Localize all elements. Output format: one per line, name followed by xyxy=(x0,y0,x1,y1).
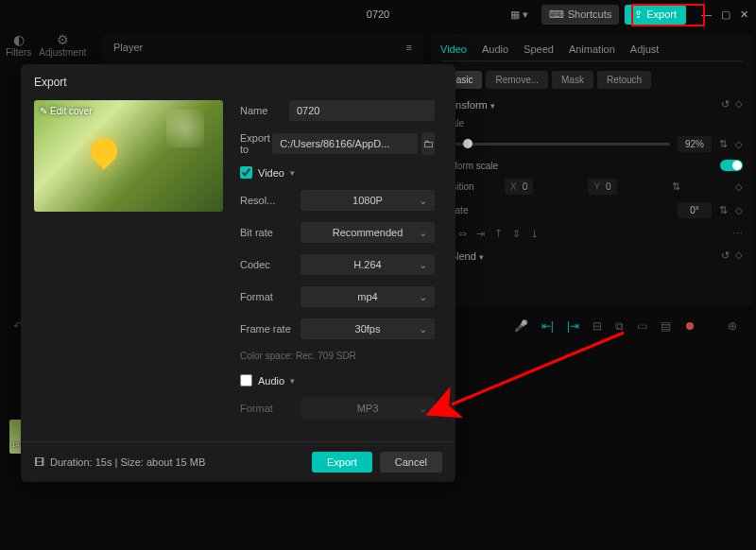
reset-icon[interactable]: ↺ xyxy=(721,98,730,111)
record-icon[interactable] xyxy=(686,322,694,330)
export-button-top[interactable]: ⇪ Export xyxy=(625,5,686,25)
split-icon[interactable]: ⊟ xyxy=(593,319,602,333)
player-menu-icon[interactable]: ≡ xyxy=(406,42,412,53)
export-label: Export xyxy=(646,9,677,20)
resolution-label: Resol... xyxy=(240,195,301,206)
subtab-retouch[interactable]: Retouch xyxy=(597,71,651,89)
colorspace-info: Color space: Rec. 709 SDR xyxy=(240,351,435,361)
align-hcenter-icon[interactable]: ⇔ xyxy=(458,228,467,240)
codec-label: Codec xyxy=(240,259,301,270)
framerate-select[interactable]: 30fps xyxy=(301,318,435,339)
keyframe-pos-icon[interactable]: ◇ xyxy=(735,181,743,192)
footer-info: Duration: 15s | Size: about 15 MB xyxy=(50,456,205,468)
audio-checkbox[interactable] xyxy=(240,374,252,387)
stepper-pos-icon[interactable]: ⇅ xyxy=(672,180,680,193)
close-icon[interactable]: ✕ xyxy=(740,9,748,21)
uniform-label: Uniform scale xyxy=(440,161,713,171)
align-top-icon[interactable]: ⤒ xyxy=(494,228,503,240)
chevron-down-icon: ▾ xyxy=(490,101,495,111)
format-label: Format xyxy=(240,291,301,302)
chevron-down-icon: ▾ xyxy=(479,252,484,262)
rotate-value[interactable]: 0° xyxy=(678,202,712,218)
link-icon[interactable]: ⧉ xyxy=(615,319,624,333)
browse-folder-button[interactable]: 🗀 xyxy=(421,132,435,155)
scale-slider[interactable] xyxy=(440,143,670,146)
keyframe-scale-icon[interactable]: ◇ xyxy=(735,139,743,149)
minimize-icon[interactable]: — xyxy=(701,9,712,21)
video-section-toggle[interactable]: Video ▾ xyxy=(240,166,435,179)
reset-blend-icon[interactable]: ↺ xyxy=(721,249,730,262)
pencil-icon: ✎ xyxy=(40,106,47,116)
keyboard-icon: ⌨ xyxy=(549,9,564,21)
audio-format-label: Format xyxy=(240,403,301,414)
shortcuts-label: Shortcuts xyxy=(568,9,611,20)
adjustment-tool[interactable]: ⚙Adjustment xyxy=(39,32,86,58)
tab-speed[interactable]: Speed xyxy=(524,43,554,55)
name-input[interactable] xyxy=(289,100,435,121)
position-y[interactable]: Y0 xyxy=(588,179,616,195)
keyframe-rot-icon[interactable]: ◇ xyxy=(735,205,743,215)
adjustment-icon: ⚙ xyxy=(39,32,86,47)
codec-select[interactable]: H.264 xyxy=(301,254,435,275)
filters-tool[interactable]: ◐Filters xyxy=(6,32,31,58)
keyframe-icon[interactable]: ◇ xyxy=(735,98,743,111)
cut-right-icon[interactable]: |⇥ xyxy=(567,319,579,333)
cancel-button[interactable]: Cancel xyxy=(380,452,442,473)
chevron-down-icon: ▾ xyxy=(290,168,295,178)
subtab-mask[interactable]: Mask xyxy=(552,71,593,89)
cut-left-icon[interactable]: ⇤| xyxy=(541,319,554,333)
export-icon: ⇪ xyxy=(634,9,643,21)
layout-icon[interactable]: ▦ ▾ xyxy=(510,9,528,21)
filters-icon: ◐ xyxy=(6,32,31,47)
scale-value[interactable]: 92% xyxy=(678,136,712,152)
display-icon[interactable]: ▭ xyxy=(637,319,647,333)
maximize-icon[interactable]: ▢ xyxy=(721,9,730,21)
chevron-down-icon: ▾ xyxy=(290,376,295,386)
exportto-label: Export to xyxy=(240,132,272,155)
cover-preview: ✎ Edit cover xyxy=(34,100,223,212)
zoom-icon[interactable]: ⊕ xyxy=(728,319,737,333)
subtab-remove[interactable]: Remove... xyxy=(486,71,548,89)
framerate-label: Frame rate xyxy=(240,323,301,335)
tab-animation[interactable]: Animation xyxy=(569,43,615,55)
keyframe-blend-icon[interactable]: ◇ xyxy=(735,249,743,262)
export-dialog: Export ✎ Edit cover Name Export to 🗀 xyxy=(21,64,455,482)
video-checkbox[interactable] xyxy=(240,166,252,179)
audio-format-select: MP3 xyxy=(301,398,435,419)
stepper-rot-icon[interactable]: ⇅ xyxy=(719,204,728,216)
audio-section-toggle[interactable]: Audio ▾ xyxy=(240,374,435,387)
edit-cover-button[interactable]: ✎ Edit cover xyxy=(40,106,92,116)
align-right-icon[interactable]: ⇥ xyxy=(476,228,485,240)
export-confirm-button[interactable]: Export xyxy=(312,452,372,473)
mic-icon[interactable]: 🎤 xyxy=(514,319,528,333)
format-select[interactable]: mp4 xyxy=(301,286,435,307)
layers-icon[interactable]: ▤ xyxy=(661,319,671,333)
tab-adjust[interactable]: Adjust xyxy=(630,43,660,55)
bitrate-label: Bit rate xyxy=(240,227,301,238)
exportto-input[interactable] xyxy=(272,133,418,154)
player-title: Player xyxy=(113,42,143,53)
dialog-title: Export xyxy=(21,64,455,100)
more-align-icon[interactable]: ⋯ xyxy=(732,228,743,240)
align-bottom-icon[interactable]: ⤓ xyxy=(530,228,539,240)
film-icon: 🎞 xyxy=(34,456,44,468)
align-vcenter-icon[interactable]: ⇕ xyxy=(512,228,521,240)
uniform-toggle[interactable] xyxy=(720,160,743,171)
shortcuts-button[interactable]: ⌨ Shortcuts xyxy=(541,5,619,25)
position-x[interactable]: X0 xyxy=(505,179,533,195)
tab-audio[interactable]: Audio xyxy=(482,43,508,55)
name-label: Name xyxy=(240,105,289,116)
resolution-select[interactable]: 1080P xyxy=(301,190,435,211)
project-title: 0720 xyxy=(367,9,389,20)
bitrate-select[interactable]: Recommended xyxy=(301,222,435,243)
stepper-icon[interactable]: ⇅ xyxy=(719,138,728,150)
tab-video[interactable]: Video xyxy=(440,43,467,55)
folder-icon: 🗀 xyxy=(423,138,434,149)
